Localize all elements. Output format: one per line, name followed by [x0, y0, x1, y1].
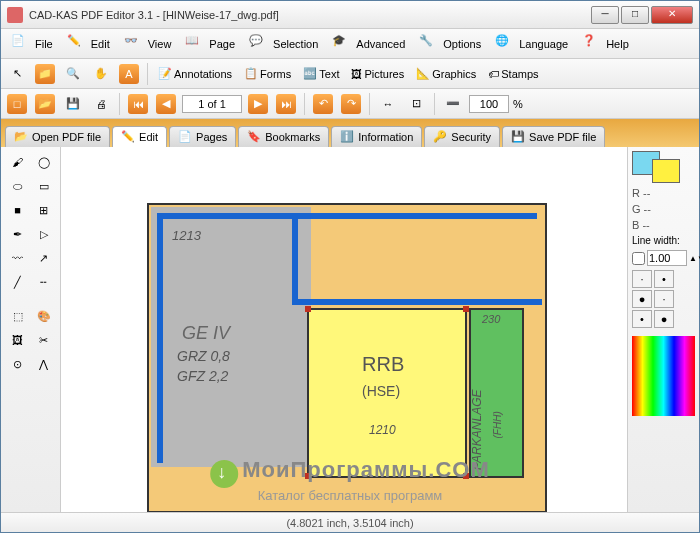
menu-page[interactable]: 📖Page — [179, 32, 241, 56]
page-input[interactable] — [182, 95, 242, 113]
pointer-tool[interactable]: ↖ — [5, 62, 29, 86]
tab-edit[interactable]: ✏️Edit — [112, 126, 167, 147]
prev-page-button[interactable]: ◀ — [154, 92, 178, 116]
tab-pages-label: Pages — [196, 131, 227, 143]
tab-open[interactable]: 📂Open PDF file — [5, 126, 110, 147]
canvas-area[interactable]: 1213 GE IV GRZ 0,8 GFZ 2,2 RRB (HSE) 121… — [61, 147, 627, 512]
swatch-bg[interactable] — [652, 159, 680, 183]
hand-tool[interactable]: ✋ — [89, 62, 113, 86]
stamps-label: Stamps — [501, 68, 538, 80]
dot-5[interactable]: • — [632, 310, 652, 328]
minimize-button[interactable]: ─ — [591, 6, 619, 24]
menu-options[interactable]: 🔧Options — [413, 32, 487, 56]
curve-tool[interactable]: 〰 — [7, 247, 29, 269]
last-page-button[interactable]: ⏭ — [274, 92, 298, 116]
statusbar: (4.8021 inch, 3.5104 inch) — [1, 512, 699, 532]
new-button[interactable]: □ — [5, 92, 29, 116]
color-picker[interactable] — [632, 336, 695, 416]
dwg-label-fhh: (FHH) — [492, 411, 503, 438]
dash-tool[interactable]: ╌ — [33, 271, 55, 293]
zoom-tool[interactable]: 🔍 — [61, 62, 85, 86]
graphics-button[interactable]: 📐Graphics — [412, 65, 480, 82]
text-button[interactable]: 🔤Text — [299, 65, 343, 82]
document-canvas[interactable]: 1213 GE IV GRZ 0,8 GFZ 2,2 RRB (HSE) 121… — [67, 153, 621, 506]
text-tool[interactable]: A — [117, 62, 141, 86]
line-tool[interactable]: ╱ — [7, 271, 29, 293]
arrow-tool[interactable]: ↗ — [33, 247, 55, 269]
fill-tool[interactable]: 🎨 — [33, 305, 55, 327]
close-button[interactable]: ✕ — [651, 6, 693, 24]
tab-security[interactable]: 🔑Security — [424, 126, 500, 147]
menubar: 📄File ✏️Edit 👓View 📖Page 💬Selection 🎓Adv… — [1, 29, 699, 59]
graphics-label: Graphics — [432, 68, 476, 80]
tab-pages[interactable]: 📄Pages — [169, 126, 236, 147]
triangle-tool[interactable]: ▷ — [33, 223, 55, 245]
filled-rect-tool[interactable]: ■ — [7, 199, 29, 221]
undo-button[interactable]: ↶ — [311, 92, 335, 116]
menu-language[interactable]: 🌐Language — [489, 32, 574, 56]
next-page-button[interactable]: ▶ — [246, 92, 270, 116]
first-page-button[interactable]: ⏮ — [126, 92, 150, 116]
menu-selection[interactable]: 💬Selection — [243, 32, 324, 56]
rgb-b: B -- — [632, 219, 650, 231]
brush-tool[interactable]: 🖌 — [7, 151, 29, 173]
separator — [119, 93, 120, 115]
line-width-input[interactable] — [647, 250, 687, 266]
dwg-label-park: PARKANLAGE — [470, 390, 484, 470]
tab-save[interactable]: 💾Save PDF file — [502, 126, 605, 147]
menu-page-label: Page — [209, 38, 235, 50]
menu-help[interactable]: ❓Help — [576, 32, 635, 56]
stamps-button[interactable]: 🏷Stamps — [484, 66, 542, 82]
open-button[interactable]: 📂 — [33, 92, 57, 116]
eyedropper-tool[interactable]: ⊙ — [7, 353, 29, 375]
crop-tool[interactable]: ✂ — [33, 329, 55, 351]
polyline-tool[interactable]: ⋀ — [33, 353, 55, 375]
save-button[interactable]: 💾 — [61, 92, 85, 116]
separator — [304, 93, 305, 115]
titlebar: CAD-KAS PDF Editor 3.1 - [HINWeise-17_dw… — [1, 1, 699, 29]
menu-help-label: Help — [606, 38, 629, 50]
line-width-spinner[interactable]: ▲▼ — [689, 254, 700, 263]
menu-file[interactable]: 📄File — [5, 32, 59, 56]
ellipse-tool[interactable]: ◯ — [33, 151, 55, 173]
redo-button[interactable]: ↷ — [339, 92, 363, 116]
text-label: Text — [319, 68, 339, 80]
dwg-label-1213: 1213 — [172, 228, 201, 243]
separator — [147, 63, 148, 85]
rect-tool[interactable]: ▭ — [33, 175, 55, 197]
dot-1[interactable]: · — [632, 270, 652, 288]
zoom-input[interactable] — [469, 95, 509, 113]
dwg-label-hse: (HSE) — [362, 383, 400, 399]
dot-6[interactable]: ● — [654, 310, 674, 328]
zoom-out-button[interactable]: ➖ — [441, 92, 465, 116]
annotations-button[interactable]: 📝Annotations — [154, 65, 236, 82]
tab-security-label: Security — [451, 131, 491, 143]
line-width-checkbox[interactable] — [632, 252, 645, 265]
print-button[interactable]: 🖨 — [89, 92, 113, 116]
menu-advanced[interactable]: 🎓Advanced — [326, 32, 411, 56]
forms-button[interactable]: 📋Forms — [240, 65, 295, 82]
dwg-label-230: 230 — [482, 313, 500, 325]
image-tool[interactable]: 🖼 — [7, 329, 29, 351]
pen-tool[interactable]: ✒ — [7, 223, 29, 245]
app-icon — [7, 7, 23, 23]
maximize-button[interactable]: □ — [621, 6, 649, 24]
dot-4[interactable]: · — [654, 290, 674, 308]
fit-page-button[interactable]: ⊡ — [404, 92, 428, 116]
menu-view[interactable]: 👓View — [118, 32, 178, 56]
dot-2[interactable]: • — [654, 270, 674, 288]
dot-3[interactable]: ● — [632, 290, 652, 308]
marquee-tool[interactable]: ⬚ — [7, 305, 29, 327]
tab-bookmarks[interactable]: 🔖Bookmarks — [238, 126, 329, 147]
status-coords: (4.8021 inch, 3.5104 inch) — [286, 517, 413, 529]
grid-tool[interactable]: ⊞ — [33, 199, 55, 221]
tab-save-label: Save PDF file — [529, 131, 596, 143]
open-tool[interactable]: 📁 — [33, 62, 57, 86]
fit-width-button[interactable]: ↔ — [376, 92, 400, 116]
hollow-ellipse-tool[interactable]: ⬭ — [7, 175, 29, 197]
menu-selection-label: Selection — [273, 38, 318, 50]
menu-edit[interactable]: ✏️Edit — [61, 32, 116, 56]
pictures-button[interactable]: 🖼Pictures — [347, 66, 408, 82]
dwg-label-ge: GE IV — [182, 323, 230, 344]
tab-information[interactable]: ℹ️Information — [331, 126, 422, 147]
